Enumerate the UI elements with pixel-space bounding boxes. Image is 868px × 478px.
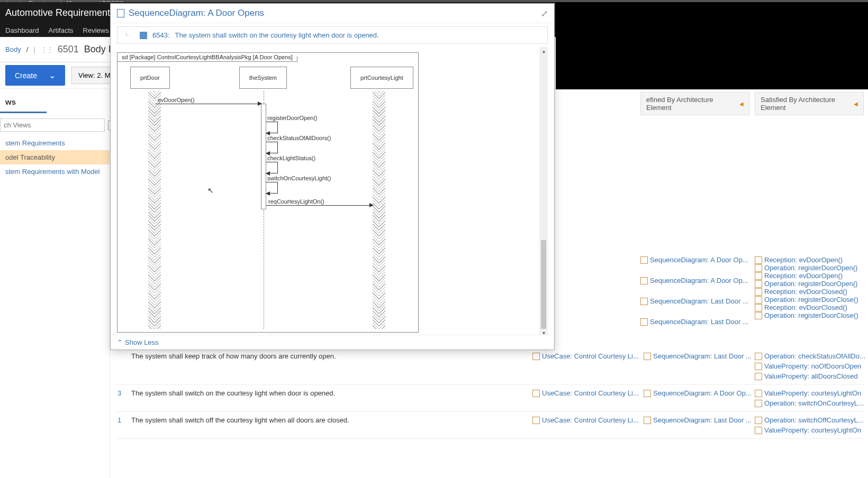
document-icon (755, 390, 762, 397)
link-operation[interactable]: Operation: registerDoorClose() (755, 311, 866, 319)
lifeline-thesystem[interactable]: theSystem (239, 67, 287, 89)
link-value-property[interactable]: ValueProperty: noOfDoorsOpen (755, 362, 866, 370)
message-reqcourtesylighton[interactable]: reqCourtesyLightOn() (266, 205, 373, 206)
column-header-satisfied-label: Satisfied By Architecture Element (761, 96, 851, 112)
views-heading: ws (0, 94, 110, 109)
views-list: stem Requirements odel Traceability stem… (0, 136, 110, 179)
link-sequence-diagram[interactable]: SequenceDiagram: Last Door ... (644, 352, 755, 360)
link-reception[interactable]: Reception: evDoorOpen() (755, 256, 866, 264)
link-label: SequenceDiagram: Last Door ... (650, 318, 748, 326)
requirement-icon (140, 32, 147, 39)
link-sequence-diagram[interactable]: SequenceDiagram: Last Door ... (640, 318, 749, 326)
link-label: SequenceDiagram: Last Door ... (650, 297, 748, 305)
document-icon (755, 312, 762, 319)
document-icon (755, 400, 762, 407)
link-label: Operation: registerDoorClose() (764, 311, 858, 319)
lifeline-prtdoor[interactable]: prtDoor (130, 67, 170, 89)
link-label: Operation: registerDoorOpen() (764, 280, 857, 288)
document-icon (755, 417, 762, 424)
view-system-requirements-model[interactable]: stem Requirements with Model (0, 164, 110, 179)
lifeline-dash-prtcourtesy-r (379, 91, 385, 329)
link-label: Operation: checkStatusOfAllDo... (764, 352, 865, 360)
document-icon (644, 390, 651, 397)
show-less-toggle[interactable]: Show Less (117, 338, 159, 346)
breadcrumb-sep: / (26, 45, 29, 53)
message-label: checkLightStatus() (267, 155, 315, 161)
document-icon (532, 417, 540, 424)
search-views-input[interactable] (0, 118, 105, 132)
message-label: reqCourtesyLightOn() (268, 198, 324, 205)
link-label: ValueProperty: allDoorsClosed (764, 372, 858, 380)
link-sequence-diagram[interactable]: SequenceDiagram: Last Door ... (644, 416, 755, 424)
scrollbar-thumb[interactable] (541, 240, 546, 329)
row-text: The system shall switch on the courtesy … (126, 389, 532, 397)
table-row[interactable]: 3 The system shall switch on the courtes… (115, 385, 866, 412)
column-header-refined[interactable]: efined By Architecture Element ◀ (640, 92, 749, 115)
document-icon (644, 417, 651, 424)
link-operation[interactable]: Operation: registerDoorClose() (755, 296, 866, 304)
document-icon (755, 256, 762, 264)
link-label: ValueProperty: noOfDoorsOpen (764, 362, 861, 370)
scroll-up-arrow-icon[interactable]: ▴ (541, 47, 546, 55)
lifeline-prtcourtesylight[interactable]: prtCourtesyLight (350, 67, 413, 89)
link-usecase[interactable]: UseCase: Control Courtesy Li... (532, 416, 644, 424)
view-model-traceability[interactable]: odel Traceability (0, 150, 110, 164)
link-label: SequenceDiagram: A Door Op... (650, 277, 748, 284)
link-operation[interactable]: Operation: registerDoorOpen() (755, 264, 866, 272)
link-label: SequenceDiagram: A Door Op... (650, 256, 748, 264)
view-stakeholder-requirements[interactable]: stem Requirements (0, 136, 110, 150)
message-checkstatusofalldoors[interactable]: checkStatusOfAllDoors() (266, 142, 278, 153)
link-sequence-diagram[interactable]: SequenceDiagram: A Door Op... (640, 256, 749, 264)
link-value-property[interactable]: ValueProperty: allDoorsClosed (755, 372, 866, 380)
diagram-scrollbar[interactable]: ▴ ▾ (539, 47, 548, 335)
link-reception[interactable]: Reception: evDoorOpen() (755, 272, 866, 280)
document-icon (640, 318, 648, 326)
document-icon (644, 353, 651, 360)
link-sequence-diagram[interactable]: SequenceDiagram: A Door Op... (640, 277, 749, 284)
header-dark-extension (556, 2, 868, 89)
link-operation[interactable]: Operation: switchOnCourtesyL... (755, 399, 866, 407)
document-icon (755, 280, 762, 288)
message-label: switchOnCourtesyLight() (267, 175, 331, 181)
message-registerdooropen[interactable]: registerDoorOpen() (266, 122, 278, 133)
diagram-viewport: sd [Package] ControlCourtesyLightBBAnaly… (111, 47, 554, 335)
link-operation[interactable]: Operation: checkStatusOfAllDo... (755, 352, 866, 360)
link-value-property[interactable]: ValueProperty: courtesyLightOn (755, 426, 866, 434)
link-reception[interactable]: Reception: evDoorClosed() (755, 288, 866, 296)
link-label: Operation: switchOnCourtesyL... (764, 399, 864, 407)
breadcrumb-root[interactable]: Body (5, 45, 21, 53)
link-usecase[interactable]: UseCase: Control Courtesy Li... (532, 389, 644, 397)
link-reception[interactable]: Reception: evDoorClosed() (755, 304, 866, 311)
nav-reviews[interactable]: Reviews (83, 26, 109, 33)
document-icon (755, 373, 762, 380)
row-text: The system shall switch off the courtesy… (126, 416, 532, 424)
link-label: SequenceDiagram: Last Door ... (653, 416, 752, 424)
link-usecase[interactable]: UseCase: Control Courtesy Li... (532, 352, 644, 360)
link-label: Reception: evDoorOpen() (764, 256, 843, 264)
create-button[interactable]: Create (5, 65, 65, 86)
sequence-diagram-canvas[interactable]: sd [Package] ControlCourtesyLightBBAnaly… (117, 52, 419, 333)
row-id[interactable]: 1 (115, 416, 126, 424)
link-operation[interactable]: Operation: switchOffCourtesyL... (755, 416, 866, 424)
document-icon (755, 288, 762, 296)
message-label: evDoorOpen() (158, 97, 195, 103)
link-operation[interactable]: Operation: registerDoorOpen() (755, 280, 866, 288)
table-row[interactable]: The system shall keep track of how many … (115, 348, 866, 385)
drag-handle-icon[interactable]: ⋮⋮ (41, 45, 52, 53)
row-id[interactable]: 3 (115, 389, 126, 397)
message-checklightstatus[interactable]: checkLightStatus() (266, 162, 278, 173)
lifeline-dash-prtdoor (148, 91, 155, 329)
link-label: Operation: registerDoorClose() (764, 296, 858, 304)
column-header-satisfied[interactable]: Satisfied By Architecture Element ◀ (755, 92, 864, 115)
message-switchoncourtesylight[interactable]: switchOnCourtesyLight() (266, 182, 278, 194)
link-sequence-diagram[interactable]: SequenceDiagram: A Door Op... (644, 389, 755, 397)
link-sequence-diagram[interactable]: SequenceDiagram: Last Door ... (640, 297, 749, 305)
nav-artifacts[interactable]: Artifacts (49, 26, 74, 33)
popup-requirement-link[interactable]: └ 6543: The system shall switch on the c… (117, 26, 548, 44)
nav-dashboard[interactable]: Dashboard (5, 26, 39, 33)
table-row[interactable]: 1 The system shall switch off the courte… (115, 412, 866, 439)
link-value-property[interactable]: ValueProperty: courtesyLightOn (755, 389, 866, 397)
message-evdooropen[interactable]: evDoorOpen() (156, 104, 261, 104)
expand-icon[interactable]: ⤢ (541, 8, 548, 19)
scroll-down-arrow-icon[interactable]: ▾ (541, 329, 546, 335)
